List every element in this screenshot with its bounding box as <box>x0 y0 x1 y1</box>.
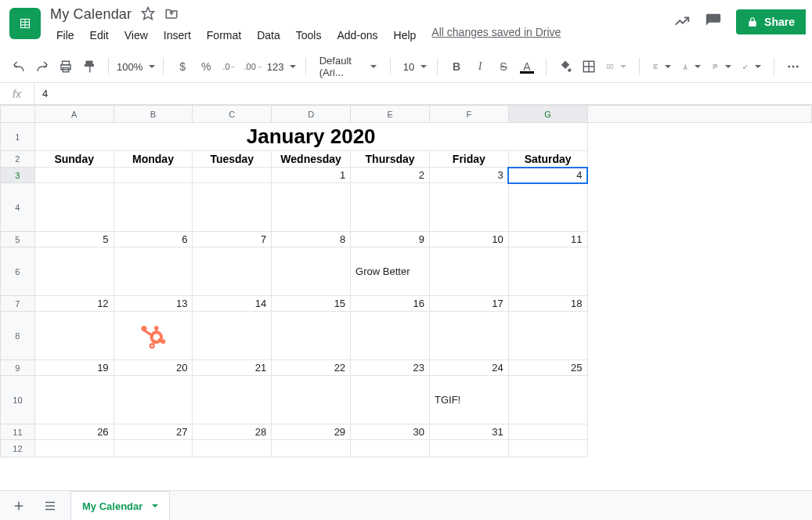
row-header-2[interactable]: 2 <box>1 151 35 168</box>
menu-edit[interactable]: Edit <box>84 26 115 45</box>
menu-insert[interactable]: Insert <box>157 26 197 45</box>
doc-title[interactable]: My Calendar <box>50 6 132 23</box>
move-icon[interactable] <box>164 6 179 23</box>
cell[interactable] <box>351 312 430 360</box>
share-button[interactable]: Share <box>736 9 806 34</box>
menu-help[interactable]: Help <box>388 26 423 45</box>
cell[interactable]: 6 <box>114 232 193 247</box>
menu-data[interactable]: Data <box>251 26 287 45</box>
currency-button[interactable]: $ <box>171 56 193 78</box>
paint-format-button[interactable] <box>78 56 100 78</box>
col-header-G[interactable]: G <box>508 106 587 123</box>
menu-addons[interactable]: Add-ons <box>330 26 384 45</box>
col-header-D[interactable]: D <box>272 106 351 123</box>
cell[interactable]: 2 <box>351 168 430 183</box>
row-header-6[interactable]: 6 <box>1 247 35 296</box>
dayhdr-fri[interactable]: Friday <box>430 151 509 168</box>
row-header-11[interactable]: 11 <box>1 424 35 440</box>
percent-button[interactable]: % <box>195 56 217 78</box>
cell[interactable] <box>351 376 430 424</box>
cell[interactable]: 5 <box>34 232 114 247</box>
borders-button[interactable] <box>578 56 600 78</box>
valign-dropdown[interactable] <box>677 56 706 78</box>
cell[interactable] <box>193 168 272 183</box>
add-sheet-button[interactable] <box>8 495 30 517</box>
dayhdr-mon[interactable]: Monday <box>114 151 193 168</box>
cell[interactable] <box>272 183 351 232</box>
cell[interactable]: 17 <box>430 296 509 312</box>
cell[interactable] <box>193 247 272 296</box>
select-all-corner[interactable] <box>1 106 35 123</box>
cell[interactable] <box>272 376 351 424</box>
col-header-F[interactable]: F <box>430 106 509 123</box>
cell[interactable]: 18 <box>508 296 587 312</box>
strike-button[interactable]: S <box>493 56 514 78</box>
dayhdr-tue[interactable]: Tuesday <box>193 151 272 168</box>
cell[interactable]: 27 <box>114 424 193 440</box>
all-sheets-button[interactable] <box>39 495 61 517</box>
row-header-3[interactable]: 3 <box>1 168 35 183</box>
col-header-C[interactable]: C <box>193 106 272 123</box>
halign-dropdown[interactable] <box>648 56 676 78</box>
cell[interactable]: 30 <box>351 424 430 440</box>
row-header-10[interactable]: 10 <box>1 376 35 424</box>
dec-decrease-button[interactable]: .0← <box>218 56 240 78</box>
redo-button[interactable] <box>31 56 53 78</box>
cell[interactable] <box>508 183 587 232</box>
fill-color-button[interactable] <box>554 56 576 78</box>
merge-dropdown[interactable] <box>601 56 631 78</box>
cell[interactable]: 22 <box>272 360 351 376</box>
col-header-E[interactable]: E <box>351 106 430 123</box>
cell[interactable]: 29 <box>272 424 351 440</box>
cell[interactable]: 14 <box>193 296 272 312</box>
more-button[interactable] <box>782 56 804 78</box>
blank-cell[interactable] <box>587 123 811 151</box>
cell[interactable]: 20 <box>114 360 193 376</box>
wrap-dropdown[interactable] <box>707 56 735 78</box>
cell[interactable]: 15 <box>272 296 351 312</box>
col-header-B[interactable]: B <box>114 106 193 123</box>
dec-increase-button[interactable]: .00→ <box>242 56 264 78</box>
cell[interactable]: 7 <box>193 232 272 247</box>
cell[interactable]: 12 <box>34 296 114 312</box>
italic-button[interactable]: I <box>469 56 491 78</box>
cell[interactable] <box>114 168 193 183</box>
font-dropdown[interactable]: Default (Ari... <box>314 56 382 78</box>
menu-file[interactable]: File <box>50 26 81 45</box>
cell[interactable]: 23 <box>351 360 430 376</box>
undo-button[interactable] <box>8 56 30 78</box>
row-header-7[interactable]: 7 <box>1 296 35 312</box>
cell[interactable]: 25 <box>508 360 587 376</box>
cell[interactable] <box>508 312 587 360</box>
dayhdr-sun[interactable]: Sunday <box>34 151 114 168</box>
cell[interactable]: 21 <box>193 360 272 376</box>
cell[interactable]: 10 <box>430 232 509 247</box>
menu-format[interactable]: Format <box>200 26 247 45</box>
cell[interactable] <box>272 247 351 296</box>
formula-input[interactable] <box>34 88 812 99</box>
cell[interactable] <box>34 376 114 424</box>
cell[interactable] <box>508 247 587 296</box>
calendar-title-cell[interactable]: January 2020 <box>34 123 587 151</box>
cell[interactable] <box>430 312 509 360</box>
cell[interactable] <box>34 183 114 232</box>
cell[interactable]: 19 <box>34 360 114 376</box>
cell[interactable] <box>34 247 114 296</box>
cell-hubspot-icon[interactable] <box>114 312 193 360</box>
save-status[interactable]: All changes saved in Drive <box>431 26 561 45</box>
cell[interactable]: 24 <box>430 360 509 376</box>
sheets-logo[interactable] <box>9 8 41 39</box>
cell[interactable]: 9 <box>351 232 430 247</box>
dayhdr-wed[interactable]: Wednesday <box>272 151 351 168</box>
comment-icon[interactable] <box>705 13 722 32</box>
cell-tgif[interactable]: TGIF! <box>430 376 509 424</box>
font-size-dropdown[interactable]: 10 <box>399 56 429 78</box>
cell[interactable] <box>193 183 272 232</box>
cell[interactable]: 13 <box>114 296 193 312</box>
selected-cell[interactable]: 4 <box>508 168 587 183</box>
cell-grow-better[interactable]: Grow Better <box>351 247 430 296</box>
menu-tools[interactable]: Tools <box>290 26 328 45</box>
row-header-4[interactable]: 4 <box>1 183 35 232</box>
cell[interactable] <box>114 247 193 296</box>
cell[interactable] <box>430 183 509 232</box>
